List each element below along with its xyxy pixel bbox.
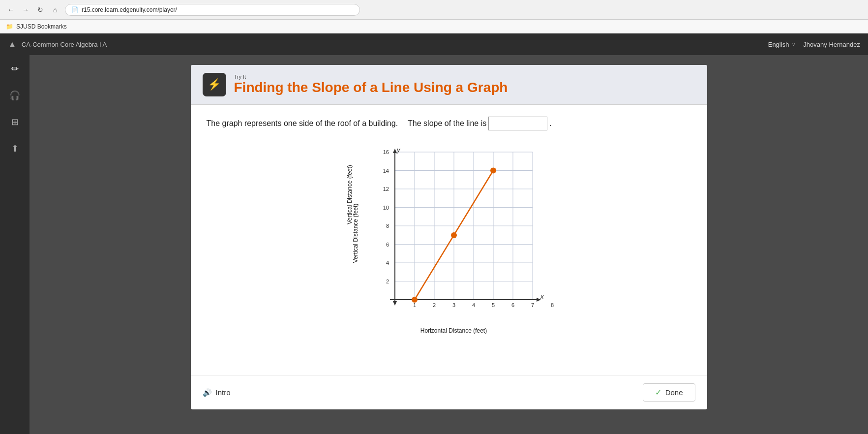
done-label: Done	[665, 388, 683, 397]
username-label: Jhovany Hernandez	[803, 41, 860, 48]
svg-text:8: 8	[386, 223, 389, 229]
card-body: The graph represents one side of the roo…	[191, 105, 707, 375]
done-check-icon: ✓	[655, 388, 661, 397]
card-header: ⚡ Try It Finding the Slope of a Line Usi…	[191, 65, 707, 105]
slope-answer-wrapper: The slope of the line is .	[408, 117, 552, 130]
forward-button[interactable]: →	[21, 5, 30, 15]
svg-text:8: 8	[550, 302, 553, 308]
url-text: r15.core.learn.edgenuity.com/player/	[82, 6, 177, 13]
svg-text:3: 3	[452, 302, 455, 308]
problem-text-label: The graph represents one side of the roo…	[207, 119, 398, 128]
svg-text:10: 10	[383, 205, 389, 211]
bookmarks-bar: 📁 SJUSD Bookmarks	[0, 20, 868, 33]
browser-bar: ← → ↻ ⌂ 📄 r15.core.learn.edgenuity.com/p…	[0, 0, 868, 20]
try-it-icon: ⚡	[203, 73, 226, 96]
address-bar[interactable]: 📄 r15.core.learn.edgenuity.com/player/	[65, 4, 360, 16]
problem-statement: The graph represents one side of the roo…	[207, 117, 691, 130]
svg-text:6: 6	[511, 302, 514, 308]
svg-text:y: y	[396, 147, 401, 154]
intro-button[interactable]: 🔊 Intro	[203, 388, 231, 397]
card-title: Finding the Slope of a Line Using a Grap…	[234, 80, 508, 95]
language-label[interactable]: English	[768, 41, 789, 48]
try-it-label: Try It	[234, 74, 508, 80]
main-layout: ✏ 🎧 ⊞ ⬆ ⚡ Try It Finding the Slope of a …	[0, 55, 868, 434]
intro-label: Intro	[216, 388, 231, 397]
graph-point-bottom	[412, 297, 418, 303]
app-header: ▲ CA-Common Core Algebra I A English ∨ J…	[0, 33, 868, 55]
sidebar-arrow-icon[interactable]: ⬆	[6, 140, 24, 157]
graph-svg: y x 16 14 12 10 8 6 4 2	[375, 147, 562, 314]
slope-answer-input[interactable]	[488, 117, 547, 130]
app-header-right: English ∨ Jhovany Hernandez	[768, 41, 860, 48]
sidebar-calculator-icon[interactable]: ⊞	[6, 113, 24, 131]
svg-text:12: 12	[383, 186, 389, 192]
graph-wrapper: Vertical Distance (feet)	[346, 142, 552, 324]
main-card: ⚡ Try It Finding the Slope of a Line Usi…	[191, 65, 707, 409]
sidebar: ✏ 🎧 ⊞ ⬆	[0, 55, 30, 434]
slope-text-label: The slope of the line is	[408, 119, 486, 128]
bookmarks-icon: 📁	[6, 23, 13, 30]
svg-text:5: 5	[491, 302, 494, 308]
app-header-left: ▲ CA-Common Core Algebra I A	[8, 39, 107, 50]
svg-text:4: 4	[386, 260, 389, 266]
refresh-button[interactable]: ↻	[35, 5, 45, 15]
svg-marker-21	[393, 301, 397, 306]
content-area: ⚡ Try It Finding the Slope of a Line Usi…	[30, 55, 868, 434]
home-button[interactable]: ⌂	[50, 5, 60, 15]
y-axis-label-2: Vertical Distance (feet)	[346, 165, 353, 224]
language-chevron[interactable]: ∨	[792, 42, 795, 47]
course-title: CA-Common Core Algebra I A	[22, 41, 107, 48]
svg-text:14: 14	[383, 168, 389, 174]
back-button[interactable]: ←	[6, 5, 16, 15]
sidebar-pencil-icon[interactable]: ✏	[6, 60, 24, 78]
svg-text:4: 4	[472, 302, 475, 308]
svg-text:1: 1	[413, 302, 416, 308]
svg-text:6: 6	[386, 242, 389, 248]
svg-text:2: 2	[432, 302, 435, 308]
svg-text:x: x	[540, 293, 544, 300]
x-axis-label: Horizontal Distance (feet)	[375, 327, 533, 334]
graph-point-mid	[451, 232, 457, 238]
svg-text:16: 16	[383, 149, 389, 155]
sidebar-headphones-icon[interactable]: 🎧	[6, 87, 24, 104]
done-button[interactable]: ✓ Done	[643, 383, 695, 402]
intro-speaker-icon: 🔊	[203, 388, 212, 397]
page-icon: 📄	[71, 6, 79, 13]
svg-marker-19	[393, 149, 397, 153]
graph-point-top	[490, 168, 496, 174]
collapse-icon[interactable]: ▲	[8, 39, 17, 50]
graph-container: Vertical Distance (feet)	[207, 142, 691, 324]
card-footer: 🔊 Intro ✓ Done	[191, 375, 707, 409]
svg-text:2: 2	[386, 279, 389, 284]
period-label: .	[549, 119, 551, 128]
svg-text:7: 7	[531, 302, 534, 308]
bookmarks-label[interactable]: SJUSD Bookmarks	[16, 23, 67, 30]
